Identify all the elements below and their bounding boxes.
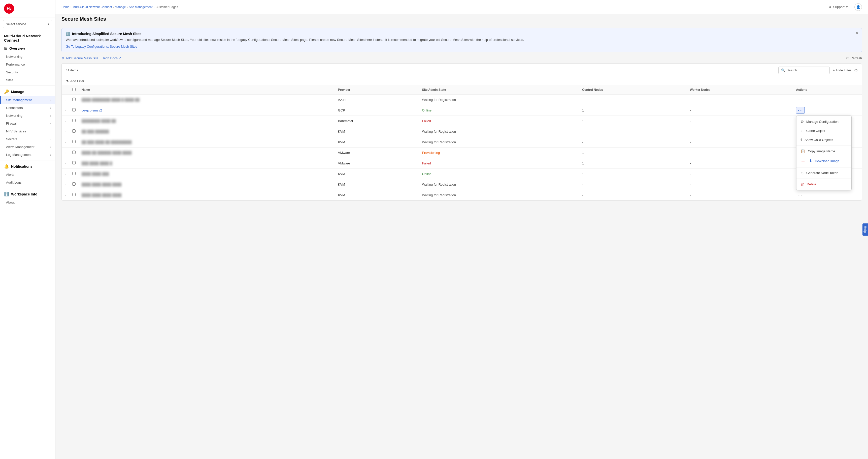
sidebar-manage-group[interactable]: 🔑 Manage [0,87,55,96]
select-all-checkbox[interactable] [72,88,75,91]
menu-download-image-label: Download Image [815,159,840,163]
sidebar-item-about[interactable]: About [0,199,55,206]
breadcrumb-manage[interactable]: Manage [115,5,126,9]
breadcrumb-sep-4: › [154,5,155,9]
sidebar-item-site-management[interactable]: Site Management › [0,96,55,104]
expand-row-icon[interactable]: › [65,151,66,154]
refresh-button[interactable]: ↺ Refresh [846,56,862,60]
cell-expand: › [62,158,69,169]
expand-row-icon[interactable]: › [65,141,66,144]
service-select[interactable]: Select service ▾ [3,20,52,28]
row-checkbox[interactable] [72,108,75,112]
add-secure-mesh-site-button[interactable]: ⊕ Add Secure Mesh Site [61,56,98,60]
sidebar-item-networking[interactable]: Networking [0,53,55,60]
cell-checkbox [69,115,79,126]
menu-divider-1 [797,145,851,146]
cell-control-nodes: 1 [579,169,687,179]
row-checkbox[interactable] [72,172,75,175]
sidebar-divider-2 [0,160,55,161]
menu-item-show-child[interactable]: ℹ Show Child Objects [797,136,851,144]
row-checkbox[interactable] [72,161,75,165]
cell-provider: VMware [335,147,419,158]
cell-worker-nodes: - [687,158,793,169]
row-checkbox[interactable] [72,182,75,185]
sidebar-item-firewall[interactable]: Firewall › [0,119,55,127]
support-gear-icon: ⚙ [829,5,832,9]
refresh-label: Refresh [850,56,862,60]
sidebar-workspace-group[interactable]: ℹ️ Workspace Info [0,190,55,199]
cell-state: Waiting for Registration [419,94,579,105]
sidebar-notifications-group[interactable]: 🔔 Notifications [0,162,55,171]
expand-row-icon[interactable]: › [65,162,66,165]
add-filter-button[interactable]: ⚗ Add Filter [66,79,858,83]
expand-row-icon[interactable]: › [65,172,66,175]
sidebar-security-label: Security [6,70,18,74]
row-checkbox[interactable] [72,130,75,133]
sidebar-overview-group[interactable]: ⊞ Overview [0,44,55,53]
sidebar-notifications-label: Notifications [11,165,32,169]
row-checkbox[interactable] [72,150,75,154]
support-button[interactable]: ⚙ Support ▾ [826,3,850,10]
menu-item-download-image[interactable]: → ⬇ Download Image [797,156,851,166]
row-checkbox[interactable] [72,119,75,122]
sidebar-item-networking-manage[interactable]: Networking › [0,112,55,119]
sidebar-item-secrets[interactable]: Secrets › [0,135,55,143]
banner-link[interactable]: Go To Legacy Configurations: Secure Mesh… [66,45,137,49]
col-expand [62,85,69,94]
row-checkbox[interactable] [72,193,75,196]
expand-row-icon[interactable]: › [65,183,66,186]
sidebar-item-connectors[interactable]: Connectors › [0,104,55,112]
hide-filter-button[interactable]: ∧ Hide Filter [833,68,851,72]
status-badge: Waiting for Registration [422,193,456,197]
table-row: › ████ ██ ██████ ████ ████ VMware Provis… [62,147,862,158]
actions-menu-button[interactable]: ··· [796,192,804,198]
breadcrumb-home[interactable]: Home [61,5,69,9]
sidebar-item-audit-logs[interactable]: Audit Logs [0,178,55,187]
table-settings-icon[interactable]: ⚙ [854,68,858,73]
search-box[interactable]: 🔍 [778,66,830,74]
cell-checkbox [69,94,79,105]
user-avatar[interactable]: 👤 [855,3,862,11]
sidebar-divider-3 [0,188,55,188]
expand-row-icon[interactable]: › [65,119,66,122]
menu-item-manage-config[interactable]: ⚙ Manage Configuration [797,117,851,126]
site-name-link[interactable]: ce-gcp-smsv2 [82,109,102,112]
menu-item-delete[interactable]: 🗑 Delete [797,180,851,189]
site-name-blurred: ████ ████████ ████ █ ████ ██ [82,98,140,102]
sidebar-item-security[interactable]: Security [0,68,55,76]
sidebar-item-alerts-management[interactable]: Alerts Management › [0,143,55,151]
expand-row-icon[interactable]: › [65,194,66,197]
breadcrumb-site-management[interactable]: Site Management [129,5,152,9]
row-checkbox[interactable] [72,140,75,143]
tech-docs-button[interactable]: Tech Docs ↗ [102,56,121,60]
sidebar-item-sites[interactable]: Sites [0,76,55,84]
expand-row-icon[interactable]: › [65,130,66,133]
help-tab[interactable]: Help [863,224,868,236]
col-actions: Actions [793,85,862,94]
sidebar-item-alerts[interactable]: Alerts [0,171,55,178]
menu-item-clone[interactable]: ⊙ Clone Object [797,126,851,136]
actions-menu-button[interactable]: ··· [796,107,805,114]
menu-item-generate-token[interactable]: ⊕ Generate Node Token [797,169,851,177]
cell-name: ████ ████ ████ ████ [79,179,335,190]
actions-menu-button[interactable]: ··· [796,96,804,103]
cell-worker-nodes: - [687,147,793,158]
breadcrumb-mcnc[interactable]: Multi-Cloud Network Connect [72,5,112,9]
menu-item-copy-image[interactable]: 📋 Copy Image Name [797,147,851,156]
cell-name: ███ ████ ████ █ [79,158,335,169]
chevron-down-icon: ▾ [48,23,50,26]
context-menu: ⚙ Manage Configuration ⊙ Clone Object ℹ … [796,115,851,191]
menu-copy-image-label: Copy Image Name [808,149,835,153]
search-input[interactable] [787,68,827,72]
sidebar-logo: F5 [0,0,55,18]
arrow-right-icon-7: › [50,153,51,156]
sidebar-item-nfv-services[interactable]: NFV Services [0,127,55,135]
banner-close-button[interactable]: ✕ [856,31,859,35]
cell-expand: › [62,169,69,179]
search-icon: 🔍 [781,68,785,72]
expand-row-icon[interactable]: › [65,98,66,102]
sidebar-item-log-management[interactable]: Log Management › [0,151,55,159]
sidebar-item-performance[interactable]: Performance [0,60,55,68]
row-checkbox[interactable] [72,97,75,101]
expand-row-icon[interactable]: › [65,109,66,112]
